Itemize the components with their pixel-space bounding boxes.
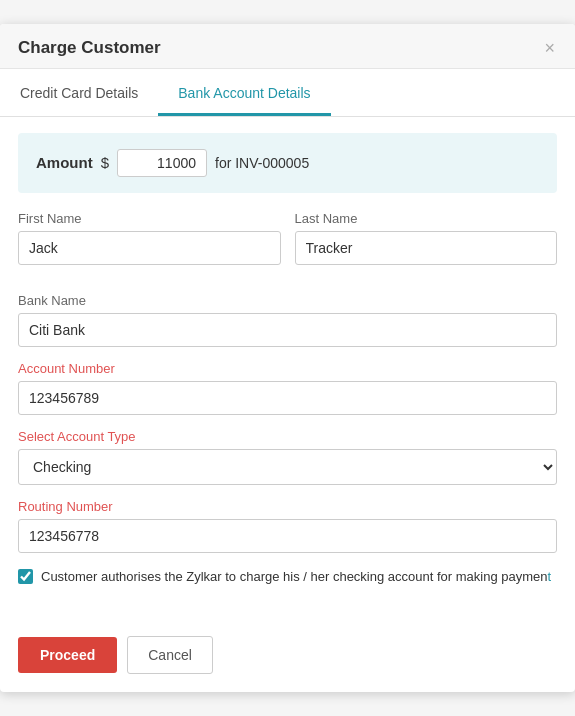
cancel-button[interactable]: Cancel [127,636,213,674]
modal-body: Amount $ for INV-000005 First Name Last … [0,117,575,625]
last-name-input[interactable] [295,231,558,265]
modal-title: Charge Customer [18,38,161,58]
first-name-label: First Name [18,211,281,226]
account-number-label: Account Number [18,361,557,376]
last-name-label: Last Name [295,211,558,226]
authorization-checkbox[interactable] [18,569,33,584]
routing-number-group: Routing Number [18,499,557,553]
first-name-input[interactable] [18,231,281,265]
bank-name-input[interactable] [18,313,557,347]
first-name-group: First Name [18,211,281,265]
amount-section: Amount $ for INV-000005 [18,133,557,193]
tab-credit-card[interactable]: Credit Card Details [0,69,158,116]
routing-number-input[interactable] [18,519,557,553]
account-number-group: Account Number [18,361,557,415]
account-type-group: Select Account Type Checking Savings [18,429,557,485]
name-row: First Name Last Name [18,211,557,279]
close-button[interactable]: × [542,39,557,57]
charge-customer-modal: Charge Customer × Credit Card Details Ba… [0,24,575,693]
bank-name-group: Bank Name [18,293,557,347]
account-type-select[interactable]: Checking Savings [18,449,557,485]
authorization-checkbox-row: Customer authorises the Zylkar to charge… [18,567,557,587]
bank-name-label: Bank Name [18,293,557,308]
modal-header: Charge Customer × [0,24,575,69]
tab-bank-account[interactable]: Bank Account Details [158,69,330,116]
amount-input[interactable] [117,149,207,177]
tabs-container: Credit Card Details Bank Account Details [0,69,575,117]
invoice-reference: for INV-000005 [215,155,309,171]
amount-label: Amount [36,154,93,171]
authorization-label: Customer authorises the Zylkar to charge… [41,567,551,587]
authorization-link[interactable]: t [548,569,552,584]
account-number-input[interactable] [18,381,557,415]
modal-footer: Proceed Cancel [0,624,575,692]
last-name-group: Last Name [295,211,558,265]
proceed-button[interactable]: Proceed [18,637,117,673]
routing-number-label: Routing Number [18,499,557,514]
currency-symbol: $ [101,154,109,171]
account-type-label: Select Account Type [18,429,557,444]
